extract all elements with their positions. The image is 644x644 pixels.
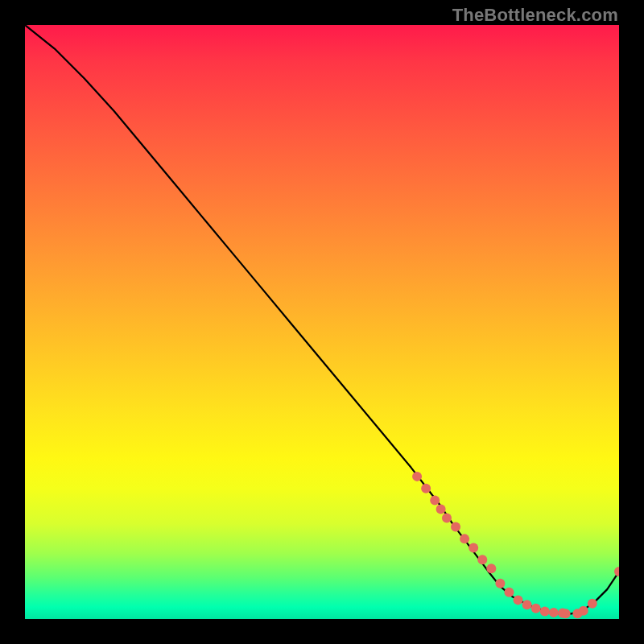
chart-frame: TheBottleneck.com [0, 0, 644, 644]
chart-svg [25, 25, 619, 619]
marker-dots [412, 472, 619, 618]
marker-dot [614, 567, 619, 576]
curve-line [25, 25, 619, 613]
marker-dot [436, 504, 446, 514]
marker-dot [430, 495, 440, 505]
watermark-text: TheBottleneck.com [452, 5, 618, 26]
marker-dot [549, 608, 559, 617]
marker-dot [522, 600, 532, 609]
marker-dot [460, 534, 469, 543]
marker-dot [561, 609, 571, 618]
marker-dot [421, 484, 431, 493]
marker-dot [504, 588, 514, 597]
marker-dot [531, 604, 541, 613]
marker-dot [495, 579, 505, 588]
marker-dot [486, 564, 496, 573]
plot-area [25, 25, 619, 619]
marker-dot [412, 472, 422, 481]
marker-dot [579, 606, 588, 616]
marker-dot [588, 599, 597, 609]
marker-dot [469, 543, 478, 552]
marker-dot [451, 522, 460, 532]
marker-dot [540, 606, 550, 616]
marker-dot [442, 514, 452, 523]
marker-dot [514, 595, 523, 605]
marker-dot [477, 555, 487, 564]
